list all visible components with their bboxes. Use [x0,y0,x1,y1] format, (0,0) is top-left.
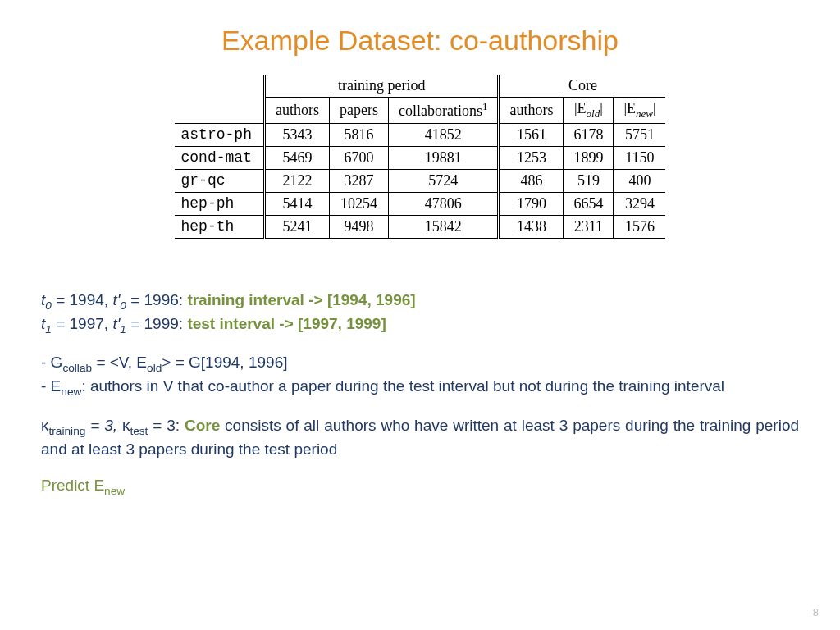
data-table: training period Core authors papers coll… [175,75,666,239]
table-row: gr-qc 2122 3287 5724 486 519 400 [175,169,666,192]
interval-definitions: t0 = 1994, t'0 = 1996: training interval… [41,290,799,338]
col-authors2: authors [499,98,564,124]
table-row: astro-ph 5343 5816 41852 1561 6178 5751 [175,123,666,146]
body-content: t0 = 1994, t'0 = 1996: training interval… [41,290,799,499]
predict-line: Predict Enew [41,475,799,499]
col-collab: collaborations1 [388,98,498,124]
table-row: hep-th 5241 9498 15842 1438 2311 1576 [175,215,666,238]
table-row: cond-mat 5469 6700 19881 1253 1899 1150 [175,146,666,169]
page-number: 8 [813,606,819,619]
kappa-definition: κtraining = 3, κtest = 3: Core consists … [41,415,799,460]
graph-definitions: - Gcollab = <V, Eold> = G[1994, 1996] - … [41,352,799,400]
col-enew: |Enew| [614,98,666,124]
slide: Example Dataset: co-authorship training … [0,0,840,630]
group-header-training: training period [264,75,498,98]
slide-title: Example Dataset: co-authorship [41,25,799,57]
col-papers: papers [329,98,388,124]
data-table-wrap: training period Core authors papers coll… [41,75,799,239]
table-row: hep-ph 5414 10254 47806 1790 6654 3294 [175,192,666,215]
col-authors: authors [264,98,329,124]
col-eold: |Eold| [564,98,614,124]
group-header-core: Core [499,75,666,98]
